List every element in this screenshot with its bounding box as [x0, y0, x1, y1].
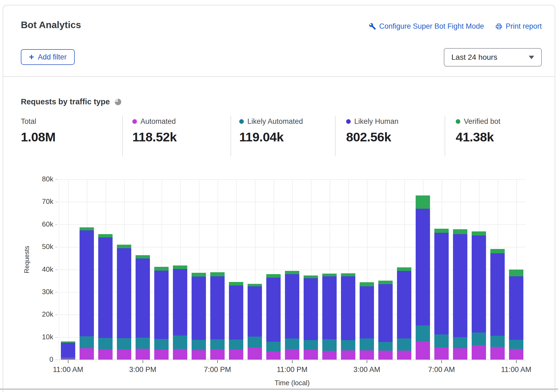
time-range-dropdown[interactable]: Last 24 hours: [444, 48, 542, 67]
bar-segment-likely-human[interactable]: [248, 286, 262, 337]
bar-6:00 AM[interactable]: [416, 195, 430, 360]
bar-segment-likely-automated[interactable]: [117, 338, 131, 350]
bar-segment-automated[interactable]: [61, 358, 75, 360]
bar-segment-likely-automated[interactable]: [341, 340, 355, 350]
bar-segment-likely-human[interactable]: [416, 209, 430, 325]
bar-segment-automated[interactable]: [434, 347, 449, 360]
bar-segment-likely-human[interactable]: [154, 271, 169, 339]
stat-likely-human[interactable]: Likely Human 802.56k: [335, 116, 445, 156]
bar-segment-verified-bot[interactable]: [453, 229, 467, 234]
bar-segment-automated[interactable]: [192, 350, 206, 360]
bar-segment-likely-human[interactable]: [509, 276, 523, 340]
bar-segment-likely-human[interactable]: [117, 248, 131, 338]
bar-segment-automated[interactable]: [509, 349, 523, 360]
bar-segment-likely-automated[interactable]: [248, 337, 262, 348]
bar-segment-automated[interactable]: [397, 351, 411, 360]
bar-segment-verified-bot[interactable]: [173, 265, 187, 269]
bar-segment-likely-human[interactable]: [304, 278, 318, 340]
bar-segment-likely-human[interactable]: [322, 276, 337, 339]
bar-segment-likely-automated[interactable]: [136, 338, 150, 349]
bar-9:00 PM[interactable]: [248, 284, 262, 360]
bar-segment-likely-human[interactable]: [173, 269, 187, 335]
bar-segment-verified-bot[interactable]: [210, 272, 225, 276]
bar-segment-automated[interactable]: [229, 350, 243, 360]
stat-likely-automated[interactable]: Likely Automated 119.04k: [231, 116, 335, 156]
bar-segment-verified-bot[interactable]: [192, 273, 206, 277]
bar-segment-likely-automated[interactable]: [80, 336, 94, 348]
bar-segment-likely-automated[interactable]: [472, 333, 486, 346]
bar-11:00 AM[interactable]: [509, 270, 523, 360]
bar-segment-likely-automated[interactable]: [378, 342, 393, 351]
bar-1:00 PM[interactable]: [98, 234, 113, 360]
bar-segment-likely-automated[interactable]: [210, 339, 225, 349]
bar-1:00 AM[interactable]: [322, 274, 337, 360]
bar-segment-likely-human[interactable]: [378, 284, 393, 342]
bar-segment-likely-human[interactable]: [285, 274, 299, 338]
bar-segment-verified-bot[interactable]: [304, 275, 318, 278]
bar-segment-verified-bot[interactable]: [248, 284, 262, 286]
bar-segment-likely-human[interactable]: [136, 258, 150, 338]
bar-segment-automated[interactable]: [248, 348, 262, 360]
bar-segment-likely-human[interactable]: [490, 253, 505, 336]
bar-segment-likely-automated[interactable]: [397, 338, 411, 350]
bar-2:00 PM[interactable]: [117, 245, 131, 360]
bar-5:00 AM[interactable]: [397, 267, 411, 360]
bar-segment-verified-bot[interactable]: [117, 245, 131, 248]
bar-segment-verified-bot[interactable]: [472, 231, 486, 236]
bar-12:00 AM[interactable]: [304, 275, 318, 360]
bar-12:00 PM[interactable]: [80, 227, 94, 360]
bar-segment-likely-automated[interactable]: [98, 338, 113, 350]
bar-segment-likely-automated[interactable]: [360, 338, 374, 350]
bar-segment-verified-bot[interactable]: [490, 249, 505, 254]
bar-segment-likely-human[interactable]: [397, 271, 411, 339]
bar-segment-automated[interactable]: [322, 351, 337, 360]
bar-2:00 AM[interactable]: [341, 273, 355, 360]
bar-segment-automated[interactable]: [472, 345, 486, 360]
bar-segment-likely-automated[interactable]: [490, 336, 505, 347]
bar-segment-likely-human[interactable]: [229, 285, 243, 340]
bar-segment-automated[interactable]: [117, 349, 131, 360]
bar-segment-likely-automated[interactable]: [434, 334, 449, 347]
bar-segment-likely-automated[interactable]: [322, 339, 337, 351]
bar-segment-automated[interactable]: [266, 351, 281, 360]
bar-segment-verified-bot[interactable]: [378, 281, 393, 284]
bar-segment-automated[interactable]: [360, 350, 374, 360]
bar-11:00 AM[interactable]: [61, 341, 75, 360]
bar-segment-verified-bot[interactable]: [360, 282, 374, 286]
bar-segment-automated[interactable]: [136, 349, 150, 360]
bar-segment-likely-human[interactable]: [210, 276, 225, 339]
bar-segment-likely-human[interactable]: [434, 233, 449, 334]
bar-segment-verified-bot[interactable]: [509, 270, 523, 276]
bar-segment-verified-bot[interactable]: [285, 271, 299, 274]
bar-segment-automated[interactable]: [341, 350, 355, 360]
bar-3:00 AM[interactable]: [360, 282, 374, 360]
bar-segment-automated[interactable]: [210, 349, 225, 360]
bar-4:00 AM[interactable]: [378, 281, 393, 360]
bar-segment-automated[interactable]: [285, 349, 299, 360]
bar-segment-likely-automated[interactable]: [416, 325, 430, 341]
bar-4:00 PM[interactable]: [154, 267, 169, 360]
bar-segment-likely-automated[interactable]: [266, 342, 281, 351]
bar-segment-likely-human[interactable]: [453, 234, 467, 337]
bar-segment-likely-automated[interactable]: [304, 340, 318, 350]
stat-verified-bot[interactable]: Verified bot 41.38k: [445, 116, 555, 156]
bar-segment-likely-human[interactable]: [266, 278, 281, 342]
bar-segment-likely-human[interactable]: [80, 230, 94, 336]
bar-segment-likely-human[interactable]: [360, 286, 374, 338]
bar-segment-verified-bot[interactable]: [80, 227, 94, 231]
stat-automated[interactable]: Automated 118.52k: [122, 116, 231, 156]
bar-segment-automated[interactable]: [173, 349, 187, 360]
bar-segment-likely-human[interactable]: [98, 237, 113, 338]
bar-10:00 AM[interactable]: [490, 249, 505, 360]
bar-7:00 PM[interactable]: [210, 272, 225, 360]
bar-segment-verified-bot[interactable]: [397, 267, 411, 271]
bar-11:00 PM[interactable]: [285, 271, 299, 360]
bar-5:00 PM[interactable]: [173, 265, 187, 360]
bar-segment-automated[interactable]: [378, 351, 393, 360]
configure-super-bot-fight-mode-link[interactable]: Configure Super Bot Fight Mode: [369, 22, 484, 31]
bar-segment-likely-human[interactable]: [341, 276, 355, 340]
bar-6:00 PM[interactable]: [192, 273, 206, 360]
bar-segment-verified-bot[interactable]: [322, 274, 337, 276]
bar-segment-verified-bot[interactable]: [341, 273, 355, 277]
bar-segment-likely-automated[interactable]: [453, 337, 467, 348]
